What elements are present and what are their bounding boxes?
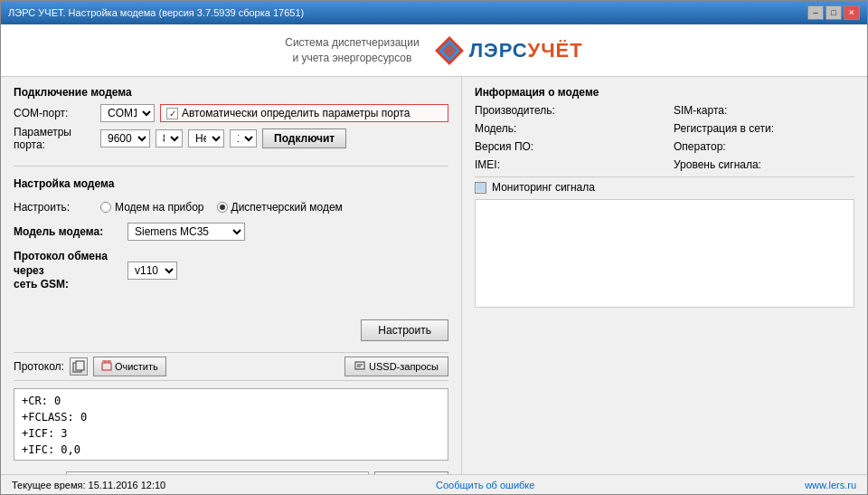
modem-setup-section: Настройка модема Настроить: Модем на при…	[14, 177, 448, 345]
logo-diamond-icon	[433, 34, 466, 67]
com-port-row: COM-порт: COM1 COM2 ✓ Автоматически опре…	[14, 104, 448, 122]
bits-select[interactable]: 8 7	[156, 129, 183, 148]
current-time: Текущее время: 15.11.2016 12:10	[12, 480, 165, 490]
modem-model-row: Модель модема: Siemens MC35	[14, 223, 448, 241]
log-line: +FCLASS: 0	[22, 409, 440, 425]
model-item: Модель:	[475, 122, 656, 135]
svg-rect-4	[76, 361, 84, 370]
radio-group: Модем на прибор Диспетчерский модем	[100, 201, 343, 214]
log-line: +CR: 0	[22, 393, 440, 409]
port-params-label: Параметры порта:	[14, 126, 95, 151]
ussd-icon	[354, 360, 365, 373]
auto-detect-box: ✓ Автоматически определить параметры пор…	[160, 104, 448, 122]
log-line: +IFC: 0,0	[22, 442, 440, 458]
sim-label: SIM-карта:	[674, 104, 727, 117]
configure-label: Настроить:	[14, 201, 95, 214]
logo-text: ЛЭРСУЧЁТ	[469, 39, 583, 62]
com-port-select[interactable]: COM1 COM2	[100, 104, 155, 122]
info-title: Информация о модеме	[475, 86, 854, 99]
main-window: ЛЭРС УЧЕТ. Настройка модема (версия 3.7.…	[0, 0, 868, 495]
auto-detect-checkbox[interactable]: ✓	[166, 108, 178, 119]
radio-device-label: Модем на прибор	[115, 201, 204, 214]
title-bar: ЛЭРС УЧЕТ. Настройка модема (версия 3.7.…	[1, 1, 867, 24]
radio-dispatch[interactable]: Диспетчерский модем	[217, 201, 343, 214]
ussd-label: USSD-запросы	[369, 361, 439, 372]
fw-item: Версия ПО:	[475, 140, 656, 153]
radio-device-circle	[100, 202, 111, 213]
modem-connection-title: Подключение модема	[14, 86, 448, 99]
imei-label: IMEI:	[475, 158, 500, 171]
status-bar: Текущее время: 15.11.2016 12:10 Сообщить…	[1, 474, 867, 494]
network-item: Регистрация в сети:	[674, 122, 854, 135]
protocol-bar: Протокол: Очистить USSD-запросы	[14, 352, 448, 381]
signal-label: Уровень сигнала:	[674, 158, 761, 171]
parity-select[interactable]: Нет Чёт	[188, 129, 224, 148]
manufacturer-label: Производитель:	[475, 104, 555, 117]
minimize-button[interactable]: –	[807, 5, 824, 20]
protocol-copy-icon[interactable]	[70, 357, 88, 376]
main-content: Подключение модема COM-порт: COM1 COM2 ✓…	[1, 77, 867, 474]
fw-label: Версия ПО:	[475, 140, 533, 153]
modem-connection-section: Подключение модема COM-порт: COM1 COM2 ✓…	[14, 86, 448, 155]
configure-row: Настроить: Модем на прибор Диспетчерский…	[14, 201, 448, 214]
logo-brand: ЛЭРСУЧЁТ	[433, 34, 583, 67]
monitoring-label: Мониторинг сигнала	[492, 181, 595, 194]
clear-button[interactable]: Очистить	[93, 357, 166, 376]
website-link[interactable]: www.lers.ru	[805, 480, 856, 490]
clear-label: Очистить	[115, 361, 158, 372]
auto-detect-label: Автоматически определить параметры порта	[182, 107, 410, 119]
model-label: Модель:	[475, 122, 516, 135]
svg-rect-12	[476, 183, 486, 192]
left-panel: Подключение модема COM-порт: COM1 COM2 ✓…	[1, 77, 462, 474]
radio-dispatch-circle	[217, 202, 228, 213]
sim-item: SIM-карта:	[674, 104, 854, 117]
maximize-button[interactable]: □	[826, 5, 842, 20]
signal-area	[475, 199, 854, 308]
connect-button[interactable]: Подключит	[262, 129, 346, 148]
imei-item: IMEI:	[475, 158, 656, 171]
svg-rect-5	[102, 363, 111, 370]
header-logo-area: Система диспетчеризации и учета энергоре…	[285, 34, 583, 67]
window-controls: – □ ✕	[807, 5, 860, 20]
info-row-1: Производитель: Модель: Версия ПО: IMEI:	[475, 104, 854, 171]
com-label: COM-порт:	[14, 107, 95, 119]
operator-label: Оператор:	[674, 140, 726, 153]
protocol-row: Протокол обмена черезсеть GSM: v110 v120	[14, 250, 448, 292]
window-title: ЛЭРС УЧЕТ. Настройка модема (версия 3.7.…	[8, 7, 304, 18]
protocol-label: Протокол обмена черезсеть GSM:	[14, 250, 122, 292]
radio-device[interactable]: Модем на прибор	[100, 201, 204, 214]
svg-rect-9	[355, 362, 364, 369]
protocol-bar-label: Протокол:	[14, 360, 64, 373]
report-error-link[interactable]: Сообщить об ошибке	[436, 480, 534, 490]
manufacturer-item: Производитель:	[475, 104, 656, 117]
operator-item: Оператор:	[674, 140, 854, 153]
protocol-select[interactable]: v110 v120	[127, 262, 177, 280]
baud-select[interactable]: 9600 19200	[100, 129, 150, 148]
log-line: +ILRR: 0	[22, 458, 440, 461]
info-col-right: SIM-карта: Регистрация в сети: Оператор:…	[674, 104, 854, 171]
clear-icon	[101, 360, 112, 373]
right-panel: Информация о модеме Производитель: Модел…	[462, 77, 867, 474]
info-col-left: Производитель: Модель: Версия ПО: IMEI:	[475, 104, 656, 171]
signal-item: Уровень сигнала:	[674, 158, 854, 171]
modem-model-select[interactable]: Siemens MC35	[127, 223, 245, 241]
header-bar: Система диспетчеризации и учета энергоре…	[1, 24, 867, 77]
close-button[interactable]: ✕	[844, 5, 860, 20]
setup-button[interactable]: Настроить	[361, 319, 448, 341]
monitoring-checkbox[interactable]	[475, 182, 486, 194]
radio-dispatch-label: Диспетчерский модем	[231, 201, 343, 214]
log-line: +ICF: 3	[22, 425, 440, 442]
ussd-button[interactable]: USSD-запросы	[344, 357, 448, 376]
log-area[interactable]: +CR: 0 +FCLASS: 0 +ICF: 3 +IFC: 0,0 +ILR…	[14, 388, 448, 461]
network-label: Регистрация в сети:	[674, 122, 774, 135]
modem-model-label: Модель модема:	[14, 225, 122, 238]
port-params-row: Параметры порта: 9600 19200 8 7 Нет Чёт	[14, 126, 448, 151]
modem-setup-title: Настройка модема	[14, 177, 448, 190]
header-tagline: Система диспетчеризации и учета энергоре…	[285, 35, 419, 66]
monitoring-bar: Мониторинг сигнала	[475, 181, 854, 194]
stop-select[interactable]: 1 2	[230, 129, 257, 148]
